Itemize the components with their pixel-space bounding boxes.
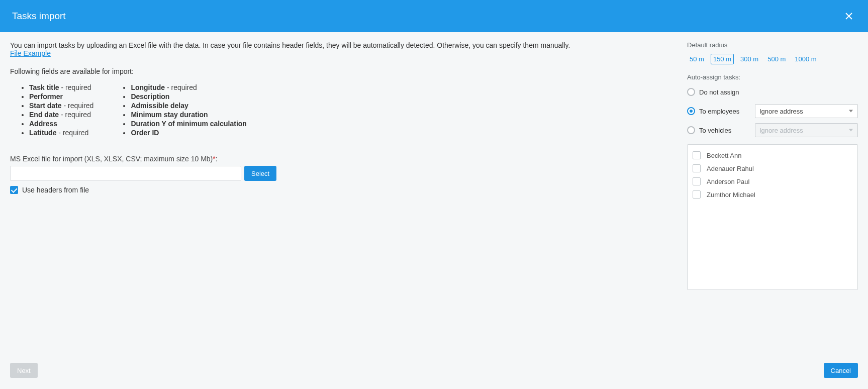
field-item: Start date - required [29, 102, 93, 110]
radius-150m[interactable]: 150 m [711, 54, 734, 64]
radio-icon[interactable] [687, 126, 695, 134]
fields-col1: Task title - required Performer Start da… [12, 82, 93, 138]
radio-to-vehicles[interactable]: To vehicles [687, 126, 731, 134]
file-input[interactable] [10, 166, 241, 181]
assign-row-no-assign: Do not assign [687, 85, 858, 99]
use-headers-row[interactable]: Use headers from file [10, 186, 672, 194]
people-list[interactable]: Beckett Ann Adenauer Rahul Anderson Paul… [687, 144, 858, 290]
field-item: Order ID [131, 129, 247, 137]
assign-row-employees: To employees Ignore address [687, 104, 858, 118]
list-item[interactable]: Anderson Paul [693, 175, 852, 188]
list-item[interactable]: Zumthor Michael [693, 188, 852, 201]
radio-icon[interactable] [687, 88, 695, 96]
modal-header: Tasks import [0, 0, 868, 32]
field-item: End date - required [29, 111, 93, 119]
field-item: Address [29, 120, 93, 128]
employees-address-select[interactable]: Ignore address [755, 104, 858, 118]
left-pane: You can import tasks by uploading an Exc… [10, 41, 672, 355]
modal-body: You can import tasks by uploading an Exc… [0, 32, 868, 355]
radius-1000m[interactable]: 1000 m [792, 54, 819, 64]
radius-500m[interactable]: 500 m [765, 54, 788, 64]
radius-row: 50 m 150 m 300 m 500 m 1000 m [687, 54, 858, 64]
checkbox-icon[interactable] [693, 190, 701, 199]
fields-col2: Longitude - required Description Admissi… [114, 82, 247, 138]
use-headers-label: Use headers from file [22, 186, 89, 194]
radio-do-not-assign[interactable]: Do not assign [687, 88, 739, 96]
field-item: Minimum stay duration [131, 111, 247, 119]
file-row: Select [10, 166, 672, 181]
checkbox-icon[interactable] [10, 186, 18, 194]
field-item: Longitude - required [131, 83, 247, 91]
radio-to-employees[interactable]: To employees [687, 107, 739, 115]
file-import-label: MS Excel file for import (XLS, XLSX, CSV… [10, 155, 672, 163]
checkbox-icon[interactable] [693, 151, 701, 159]
right-pane: Default radius 50 m 150 m 300 m 500 m 10… [687, 41, 858, 355]
field-item: Task title - required [29, 83, 93, 91]
checkbox-icon[interactable] [693, 164, 701, 172]
list-item[interactable]: Adenauer Rahul [693, 162, 852, 175]
tasks-import-modal: Tasks import You can import tasks by upl… [0, 0, 868, 389]
fields-columns: Task title - required Performer Start da… [12, 82, 672, 138]
modal-footer: Next Cancel [0, 355, 868, 389]
field-item: Performer [29, 92, 93, 101]
intro-text: You can import tasks by uploading an Exc… [10, 41, 672, 49]
assign-row-vehicles: To vehicles Ignore address [687, 123, 858, 137]
list-item[interactable]: Beckett Ann [693, 149, 852, 162]
fields-intro: Following fields are available for impor… [10, 67, 672, 75]
close-icon[interactable] [842, 9, 856, 23]
select-file-button[interactable]: Select [244, 166, 276, 181]
radius-300m[interactable]: 300 m [738, 54, 761, 64]
radius-50m[interactable]: 50 m [687, 54, 707, 64]
assign-block: Do not assign To employees Ignore addres… [687, 85, 858, 137]
modal-title: Tasks import [12, 11, 66, 22]
next-button: Next [10, 363, 38, 378]
cancel-button[interactable]: Cancel [824, 363, 858, 378]
file-example-link[interactable]: File Example [10, 49, 51, 57]
field-item: Duration Y of minimum calculation [131, 120, 247, 128]
field-item: Description [131, 92, 247, 101]
radio-icon[interactable] [687, 107, 695, 115]
default-radius-label: Default radius [687, 41, 858, 49]
field-item: Admissible delay [131, 102, 247, 110]
checkbox-icon[interactable] [693, 177, 701, 185]
auto-assign-label: Auto-assign tasks: [687, 73, 858, 81]
vehicles-address-select: Ignore address [755, 123, 858, 137]
field-item: Latitude - required [29, 129, 93, 137]
